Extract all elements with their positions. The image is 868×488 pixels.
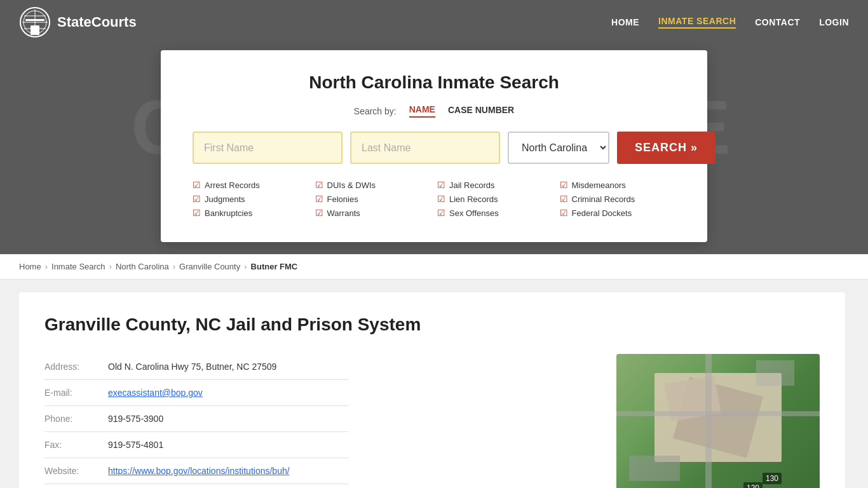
checklist-label: Criminal Records <box>572 194 635 204</box>
checklist-label: Judgments <box>205 194 245 204</box>
info-table: Address: Old N. Carolina Hwy 75, Butner,… <box>44 354 349 484</box>
breadcrumb-separator: › <box>244 262 247 271</box>
logo-icon <box>19 6 51 38</box>
main-content: Granville County, NC Jail and Prison Sys… <box>0 280 868 488</box>
search-by-row: Search by: NAME CASE NUMBER <box>193 104 675 118</box>
website-link[interactable]: https://www.bop.gov/locations/institutio… <box>108 466 290 476</box>
last-name-input[interactable] <box>350 132 500 164</box>
nav-links: HOME INMATE SEARCH CONTACT LOGIN <box>611 16 849 29</box>
nav-contact[interactable]: CONTACT <box>755 17 800 27</box>
phone-row: Phone: 919-575-3900 <box>44 406 349 432</box>
email-label: E-mail: <box>44 380 108 406</box>
facility-title: Granville County, NC Jail and Prison Sys… <box>44 315 820 335</box>
email-row: E-mail: execassistant@bop.gov <box>44 380 349 406</box>
address-label: Address: <box>44 354 108 380</box>
breadcrumb-separator: › <box>45 262 48 271</box>
phone-value: 919-575-3900 <box>108 406 349 432</box>
checkmark-icon: ☑ <box>193 194 201 204</box>
checkmark-icon: ☑ <box>437 180 445 190</box>
search-inputs-row: North Carolina Alabama Alaska Arizona Ca… <box>193 132 675 164</box>
img-label-120: 120 <box>743 482 763 488</box>
checklist-item: ☑Sex Offenses <box>437 206 553 220</box>
logo-area[interactable]: StateCourts <box>19 6 137 38</box>
checklist-label: DUIs & DWIs <box>327 180 376 190</box>
checklist-item: ☑Arrest Records <box>193 178 309 192</box>
checklist-label: Bankruptcies <box>205 208 252 218</box>
content-flex: Address: Old N. Carolina Hwy 75, Butner,… <box>44 354 820 488</box>
svg-rect-6 <box>31 25 39 35</box>
search-button[interactable]: SEARCH » <box>617 132 715 164</box>
checklist-item: ☑Lien Records <box>437 192 553 206</box>
fax-value: 919-575-4801 <box>108 432 349 458</box>
checkmark-icon: ☑ <box>315 180 323 190</box>
checklist-label: Lien Records <box>449 194 498 204</box>
checklist-col-3: ☑Misdemeanors☑Criminal Records☑Federal D… <box>560 178 676 220</box>
facility-image: 130 120 <box>616 354 820 488</box>
checklist-label: Federal Dockets <box>572 208 632 218</box>
checklist-item: ☑Judgments <box>193 192 309 206</box>
breadcrumb: Home›Inmate Search›North Carolina›Granvi… <box>0 254 868 280</box>
breadcrumb-link-granville-county[interactable]: Granville County <box>179 262 240 271</box>
checkmark-icon: ☑ <box>560 194 568 204</box>
address-row: Address: Old N. Carolina Hwy 75, Butner,… <box>44 354 349 380</box>
checklist-label: Sex Offenses <box>449 208 499 218</box>
checkmark-icon: ☑ <box>437 194 445 204</box>
info-section: Address: Old N. Carolina Hwy 75, Butner,… <box>44 354 597 484</box>
breadcrumb-link-inmate-search[interactable]: Inmate Search <box>51 262 105 271</box>
website-label: Website: <box>44 458 108 484</box>
checkmark-icon: ☑ <box>315 194 323 204</box>
checklist-label: Warrants <box>327 208 360 218</box>
top-navigation: StateCourts HOME INMATE SEARCH CONTACT L… <box>0 0 868 44</box>
checklist-col-2: ☑Jail Records☑Lien Records☑Sex Offenses <box>437 178 553 220</box>
website-value: https://www.bop.gov/locations/institutio… <box>108 458 349 484</box>
checklist-item: ☑Jail Records <box>437 178 553 192</box>
checklist-area: ☑Arrest Records☑Judgments☑Bankruptcies☑D… <box>193 178 675 220</box>
tab-case-number[interactable]: CASE NUMBER <box>448 105 514 117</box>
facility-image-inner: 130 120 <box>616 354 820 488</box>
site-name: StateCourts <box>57 14 137 30</box>
checklist-item: ☑Federal Dockets <box>560 206 676 220</box>
breadcrumb-current: Butner FMC <box>251 262 298 271</box>
breadcrumb-link-home[interactable]: Home <box>19 262 41 271</box>
breadcrumb-separator: › <box>109 262 112 271</box>
email-value: execassistant@bop.gov <box>108 380 349 406</box>
website-row: Website: https://www.bop.gov/locations/i… <box>44 458 349 484</box>
checkmark-icon: ☑ <box>315 208 323 218</box>
email-link[interactable]: execassistant@bop.gov <box>108 388 203 398</box>
checklist-label: Arrest Records <box>205 180 260 190</box>
checklist-item: ☑DUIs & DWIs <box>315 178 431 192</box>
checkmark-icon: ☑ <box>437 208 445 218</box>
checkmark-icon: ☑ <box>560 180 568 190</box>
first-name-input[interactable] <box>193 132 342 164</box>
search-card-title: North Carolina Inmate Search <box>193 72 675 93</box>
checklist-label: Misdemeanors <box>572 180 626 190</box>
fax-row: Fax: 919-575-4801 <box>44 432 349 458</box>
checklist-item: ☑Criminal Records <box>560 192 676 206</box>
svg-rect-7 <box>25 19 44 21</box>
nav-inmate-search[interactable]: INMATE SEARCH <box>658 16 736 29</box>
breadcrumb-separator: › <box>173 262 175 271</box>
checkmark-icon: ☑ <box>560 208 568 218</box>
nav-home[interactable]: HOME <box>611 17 639 27</box>
checklist-label: Jail Records <box>449 180 495 190</box>
checklist-item: ☑Misdemeanors <box>560 178 676 192</box>
fax-label: Fax: <box>44 432 108 458</box>
search-card: North Carolina Inmate Search Search by: … <box>161 50 707 242</box>
phone-label: Phone: <box>44 406 108 432</box>
content-card: Granville County, NC Jail and Prison Sys… <box>19 292 845 488</box>
checklist-item: ☑Bankruptcies <box>193 206 309 220</box>
checklist-item: ☑Felonies <box>315 192 431 206</box>
address-value: Old N. Carolina Hwy 75, Butner, NC 27509 <box>108 354 349 380</box>
checkmark-icon: ☑ <box>193 180 201 190</box>
checklist-col-0: ☑Arrest Records☑Judgments☑Bankruptcies <box>193 178 309 220</box>
search-by-label: Search by: <box>354 106 397 116</box>
checklist-col-1: ☑DUIs & DWIs☑Felonies☑Warrants <box>315 178 431 220</box>
nav-login[interactable]: LOGIN <box>819 17 849 27</box>
breadcrumb-link-north-carolina[interactable]: North Carolina <box>116 262 169 271</box>
checkmark-icon: ☑ <box>193 208 201 218</box>
state-select[interactable]: North Carolina Alabama Alaska Arizona Ca… <box>508 132 609 164</box>
checklist-item: ☑Warrants <box>315 206 431 220</box>
tab-name[interactable]: NAME <box>409 104 435 118</box>
img-label-130: 130 <box>763 473 782 484</box>
checklist-label: Felonies <box>327 194 358 204</box>
